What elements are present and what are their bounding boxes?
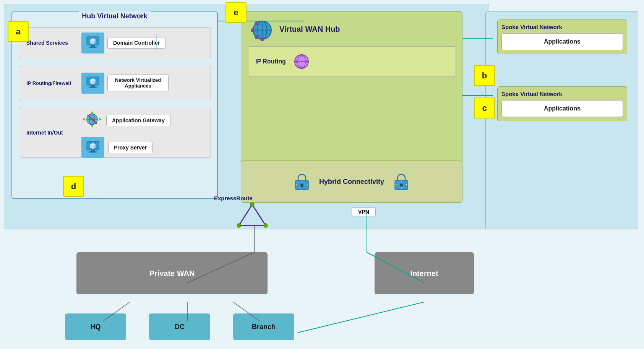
badge-d: d	[63, 176, 84, 197]
svg-marker-34	[99, 118, 102, 121]
ip-routing-firewall-label: IP Routing/Firewall	[20, 80, 81, 86]
spoke-vnet-2-title: Spoke Virtual Network	[501, 91, 623, 97]
hq-label: HQ	[91, 323, 101, 331]
hybrid-lock-left-icon	[292, 172, 311, 191]
svg-marker-71	[239, 205, 266, 226]
svg-point-48	[255, 35, 258, 39]
private-wan-box: Private WAN	[76, 252, 268, 294]
svg-point-46	[255, 21, 258, 25]
badge-a: a	[8, 21, 29, 42]
expressroute-triangle	[237, 203, 268, 231]
vwan-title-area: Virtual WAN Hub	[249, 16, 340, 42]
private-wan-label: Private WAN	[149, 269, 195, 278]
svg-point-49	[260, 37, 264, 41]
branch-box: Branch	[233, 313, 294, 340]
proxy-server-icon	[81, 137, 104, 158]
spoke-area: Spoke Virtual Network Applications Spoke…	[485, 11, 638, 229]
svg-point-73	[237, 224, 241, 227]
shared-services-row: Shared Services Domain Controller	[20, 28, 211, 58]
dc-label: DC	[175, 323, 185, 331]
spoke-vnet-1-title: Spoke Virtual Network	[501, 24, 623, 30]
ip-routing-box: IP Routing	[249, 46, 455, 77]
hub-vnet-title: Hub Virtual Network	[79, 11, 151, 21]
domain-controller-label: Domain Controller	[107, 37, 165, 49]
shared-services-label: Shared Services	[20, 40, 81, 46]
proxy-server-row: Proxy Server	[81, 137, 170, 158]
badge-b: b	[474, 65, 495, 86]
app-gateway-icon	[81, 110, 102, 131]
network-appliance-icon	[81, 73, 104, 94]
badge-e: e	[225, 2, 247, 23]
internet-inout-label: Internet In/Out	[20, 130, 81, 136]
svg-marker-31	[91, 111, 94, 114]
proxy-server-label: Proxy Server	[108, 142, 152, 153]
ip-routing-firewall-row: IP Routing/Firewall Network VirtualizedA…	[20, 66, 211, 100]
svg-rect-21	[89, 87, 97, 88]
badge-c: c	[474, 97, 495, 118]
svg-rect-14	[89, 47, 97, 48]
domain-controller-icon	[81, 32, 104, 54]
svg-rect-37	[89, 151, 97, 153]
internet-inout-row: Internet In/Out	[20, 108, 211, 157]
ip-routing-label: IP Routing	[255, 58, 286, 65]
hub-vnet-container: Hub Virtual Network Shared Services Doma…	[11, 11, 218, 199]
expressroute-label: ExpressRoute	[214, 195, 253, 201]
svg-point-74	[264, 224, 268, 227]
hq-box: HQ	[65, 313, 126, 340]
spoke-vnet-2-applications: Applications	[501, 100, 623, 117]
svg-point-47	[251, 28, 255, 32]
spoke-vnet-1-applications: Applications	[501, 33, 623, 50]
branch-label: Branch	[252, 323, 276, 331]
hybrid-connectivity-box: Hybrid Connectivity	[241, 161, 462, 203]
internet-box: Internet	[375, 252, 474, 294]
svg-rect-66	[401, 185, 402, 188]
svg-marker-32	[91, 125, 94, 128]
spoke-vnet-1: Spoke Virtual Network Applications	[497, 19, 627, 54]
vpn-label: VPN	[352, 207, 376, 216]
internet-label: Internet	[410, 269, 438, 278]
vwan-hub-container: Virtual WAN Hub IP Routing	[241, 11, 462, 164]
svg-marker-33	[83, 118, 86, 121]
hybrid-connectivity-title: Hybrid Connectivity	[319, 178, 384, 186]
hybrid-lock-right-icon	[392, 172, 411, 191]
vwan-globe-icon	[249, 16, 276, 42]
network-virtualized-label: Network VirtualizedAppliances	[107, 75, 169, 91]
dc-box: DC	[149, 313, 210, 340]
svg-point-72	[250, 203, 254, 206]
ip-routing-icon	[292, 52, 311, 71]
svg-line-10	[298, 302, 424, 333]
app-gateway-row: Application Gateway	[81, 110, 170, 131]
application-gateway-label: Application Gateway	[106, 115, 170, 126]
svg-rect-59	[301, 185, 303, 188]
spoke-vnet-2: Spoke Virtual Network Applications	[497, 86, 627, 121]
vwan-hub-title: Virtual WAN Hub	[279, 25, 340, 34]
